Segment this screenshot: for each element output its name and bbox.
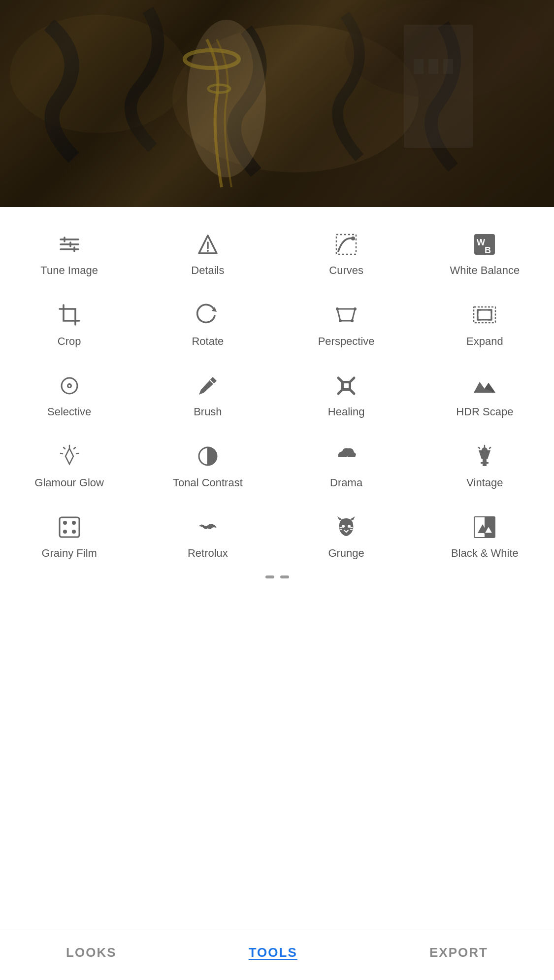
svg-text:B: B [485, 245, 491, 255]
svg-rect-51 [481, 462, 489, 464]
wb-icon: W B [470, 231, 499, 258]
curves-icon [331, 231, 361, 258]
svg-rect-10 [443, 59, 453, 74]
brush-label: Brush [194, 405, 222, 419]
tools-grid: Tune Image Details [0, 217, 554, 571]
selective-icon [55, 372, 84, 399]
perspective-label: Perspective [318, 335, 375, 349]
tool-tune-image[interactable]: Tune Image [0, 217, 138, 288]
expand-label: Expand [466, 335, 503, 349]
tonal-contrast-label: Tonal Contrast [173, 476, 243, 490]
tool-crop[interactable]: Crop [0, 288, 138, 359]
black-white-label: Black & White [451, 546, 519, 561]
svg-point-34 [68, 385, 70, 387]
svg-point-57 [63, 521, 67, 525]
details-label: Details [191, 264, 224, 278]
svg-point-27 [354, 307, 357, 310]
retrolux-label: Retrolux [188, 546, 228, 561]
page-dot-1 [265, 575, 274, 578]
svg-point-29 [339, 319, 342, 322]
tune-icon [55, 231, 84, 258]
svg-line-40 [64, 447, 65, 449]
grainy-icon [55, 513, 84, 541]
svg-marker-62 [350, 516, 355, 520]
bottom-navigation: LOOKS TOOLS EXPORT [0, 930, 554, 980]
svg-marker-38 [65, 448, 73, 464]
svg-rect-56 [60, 517, 79, 537]
svg-line-55 [489, 447, 490, 448]
rotate-label: Rotate [192, 335, 224, 349]
nav-tools[interactable]: TOOLS [234, 940, 312, 965]
white-balance-label: White Balance [450, 264, 520, 278]
tool-grunge[interactable]: Grunge [277, 500, 416, 571]
tool-brush[interactable]: Brush [138, 358, 277, 429]
tool-black-white[interactable]: Black & White [416, 500, 554, 571]
expand-icon [470, 302, 499, 329]
tool-grainy-film[interactable]: Grainy Film [0, 500, 138, 571]
pagination [0, 571, 554, 583]
tool-drama[interactable]: Drama [277, 429, 416, 500]
brush-icon [193, 372, 223, 399]
svg-point-26 [336, 307, 339, 310]
svg-point-58 [72, 521, 76, 525]
tool-tonal-contrast[interactable]: Tonal Contrast [138, 429, 277, 500]
hdr-icon [470, 372, 499, 399]
tool-curves[interactable]: Curves [277, 217, 416, 288]
hdr-scape-label: HDR Scape [456, 405, 513, 419]
svg-point-19 [207, 250, 209, 252]
tool-retrolux[interactable]: Retrolux [138, 500, 277, 571]
tonal-icon [193, 443, 223, 470]
grainy-film-label: Grainy Film [41, 546, 97, 561]
grunge-icon [331, 513, 361, 541]
crop-icon [55, 302, 84, 329]
glamour-glow-label: Glamour Glow [34, 476, 104, 490]
svg-rect-7 [404, 25, 473, 148]
svg-point-28 [351, 319, 354, 322]
glamour-icon [55, 443, 84, 470]
vintage-icon [470, 443, 499, 470]
tool-perspective[interactable]: Perspective [277, 288, 416, 359]
svg-line-54 [479, 447, 480, 448]
nav-looks[interactable]: LOOKS [51, 940, 131, 965]
bw-icon [470, 513, 499, 541]
photo-preview [0, 0, 554, 207]
svg-rect-9 [428, 59, 438, 74]
selective-label: Selective [47, 405, 91, 419]
rotate-icon [193, 302, 223, 329]
tool-healing[interactable]: Healing [277, 358, 416, 429]
svg-rect-31 [478, 310, 491, 320]
svg-line-42 [61, 453, 63, 454]
svg-rect-37 [344, 383, 349, 388]
healing-icon [331, 372, 361, 399]
grunge-label: Grunge [328, 546, 364, 561]
healing-label: Healing [328, 405, 365, 419]
svg-point-21 [351, 237, 355, 240]
svg-text:W: W [477, 237, 485, 247]
details-icon [193, 231, 223, 258]
page-dot-2 [280, 575, 289, 578]
svg-line-41 [74, 447, 75, 449]
drama-label: Drama [330, 476, 362, 490]
tool-details[interactable]: Details [138, 217, 277, 288]
tools-area: Tune Image Details [0, 207, 554, 930]
svg-marker-61 [337, 516, 342, 520]
tune-image-label: Tune Image [40, 264, 98, 278]
svg-line-43 [76, 453, 78, 454]
tool-expand[interactable]: Expand [416, 288, 554, 359]
tool-white-balance[interactable]: W B White Balance [416, 217, 554, 288]
svg-point-60 [72, 530, 76, 534]
retrolux-icon [193, 513, 223, 541]
tool-hdr-scape[interactable]: HDR Scape [416, 358, 554, 429]
svg-point-59 [63, 530, 67, 534]
tool-vintage[interactable]: Vintage [416, 429, 554, 500]
tool-glamour-glow[interactable]: Glamour Glow [0, 429, 138, 500]
drama-icon [331, 443, 361, 470]
crop-label: Crop [58, 335, 81, 349]
tool-selective[interactable]: Selective [0, 358, 138, 429]
curves-label: Curves [329, 264, 363, 278]
tool-rotate[interactable]: Rotate [138, 288, 277, 359]
nav-export[interactable]: EXPORT [415, 940, 503, 965]
svg-rect-8 [414, 59, 424, 74]
svg-point-52 [482, 447, 488, 453]
perspective-icon [331, 302, 361, 329]
